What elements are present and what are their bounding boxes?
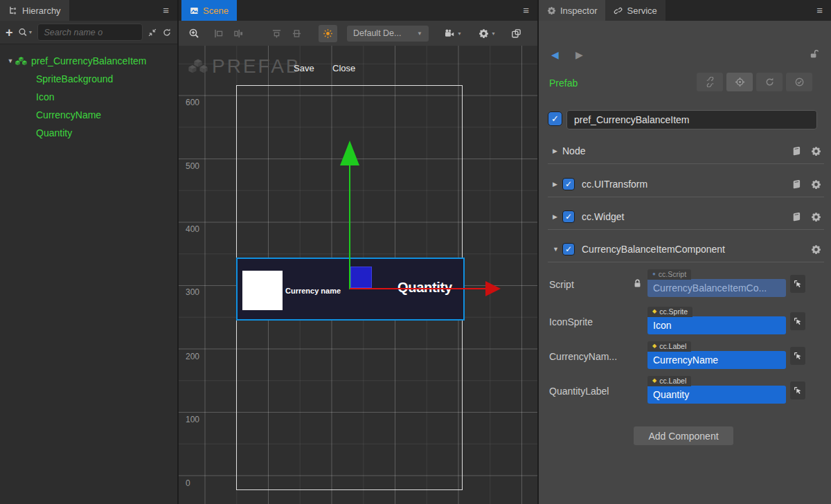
divider [548, 262, 824, 262]
history-back-button[interactable]: ◀ [551, 49, 559, 60]
gear-icon[interactable] [811, 212, 821, 222]
select-reference-button[interactable] [790, 347, 805, 365]
hierarchy-menu-icon[interactable]: ≡ [163, 4, 169, 17]
scene-menu-icon[interactable]: ≡ [523, 4, 529, 17]
help-doc-icon[interactable] [792, 146, 802, 156]
divider [548, 197, 824, 197]
ruler-label-100: 100 [186, 415, 199, 424]
prop-currencyname-group: ◆cc.Label CurrencyName [647, 337, 786, 369]
tab-inspector[interactable]: Inspector [539, 0, 605, 21]
search-input[interactable] [37, 24, 143, 41]
locate-prefab-asset-button[interactable] [726, 73, 753, 91]
scene-toolbar: Default De... ▼ ▼ ▼ [179, 21, 537, 46]
scene-tab-label: Scene [203, 6, 229, 16]
scene-settings-button[interactable]: ▼ [479, 28, 496, 39]
unlink-prefab-button[interactable] [697, 73, 723, 91]
apply-prefab-button[interactable] [786, 73, 812, 91]
search-filter-button[interactable]: ▼ [18, 28, 33, 37]
script-dot-icon: ● [652, 271, 656, 277]
ruler-label-0: 0 [186, 478, 190, 488]
prefab-watermark: PREFAB [188, 55, 301, 78]
align-top-icon[interactable] [271, 28, 282, 39]
gizmo-light-toggle[interactable] [319, 25, 337, 42]
component-enabled-checkbox[interactable]: ✓ [562, 243, 575, 255]
gear-icon[interactable] [811, 146, 821, 156]
asset-type-tag: ●cc.Script [647, 269, 691, 280]
section-currencybalanceitemcomponent[interactable]: ▼ ✓ CurrencyBalanceItemComponent [539, 240, 831, 258]
gear-icon[interactable] [811, 244, 821, 255]
caret-right-icon[interactable]: ▶ [553, 147, 562, 154]
select-reference-button[interactable] [790, 381, 805, 399]
hierarchy-tree: ▼ pref_CurrencyBalanceItem SpriteBackgro… [0, 44, 177, 504]
tree-node-quantity[interactable]: Quantity [0, 124, 177, 142]
gear-icon[interactable] [811, 179, 821, 190]
caret-right-icon[interactable]: ▶ [553, 181, 562, 188]
prefab-watermark-label: PREFAB [212, 55, 301, 78]
tab-scene[interactable]: Scene [181, 0, 237, 21]
node-name-input[interactable] [566, 110, 817, 129]
align-left-icon[interactable] [213, 28, 224, 39]
help-doc-icon[interactable] [792, 179, 802, 190]
tree-node-spritebackground[interactable]: SpriteBackground [0, 70, 177, 88]
asset-type-tag: ◆cc.Label [647, 341, 691, 352]
search-wrap [37, 24, 143, 41]
caret-right-icon[interactable]: ▶ [553, 213, 562, 220]
save-button[interactable]: Save [294, 63, 314, 73]
divider [548, 229, 824, 230]
add-component-button[interactable]: Add Component [634, 426, 733, 445]
prefab-cubes-icon [188, 59, 208, 74]
camera-view-button[interactable]: ▼ [444, 28, 462, 39]
currencyname-value-field[interactable]: CurrencyName [647, 351, 786, 369]
inspector-menu-icon[interactable]: ≡ [816, 4, 823, 17]
widget-enabled-checkbox[interactable]: ✓ [562, 210, 575, 223]
prop-iconsprite-group: ◆cc.Sprite Icon [647, 303, 786, 334]
tree-node-currencyname[interactable]: CurrencyName [0, 106, 177, 124]
align-center-horizontal-icon[interactable] [233, 28, 244, 39]
gizmo-y-axis-arrowhead[interactable] [340, 141, 359, 165]
caret-down-icon[interactable]: ▼ [553, 246, 562, 253]
prop-label-script: Script [549, 279, 631, 290]
ruler-label-200: 200 [186, 352, 199, 361]
unlock-icon[interactable] [809, 48, 820, 60]
iconsprite-value-field[interactable]: Icon [647, 316, 786, 334]
component-diamond-icon: ◆ [652, 343, 656, 349]
asset-type-tag: ◆cc.Sprite [647, 307, 692, 317]
component-diamond-icon: ◆ [652, 309, 656, 314]
help-doc-icon[interactable] [792, 212, 802, 222]
expand-caret-icon[interactable]: ▼ [6, 57, 15, 64]
section-uitransform[interactable]: ▶ ✓ cc.UITransform [539, 175, 831, 193]
hierarchy-tabbar: Hierarchy ≡ [0, 0, 177, 21]
prop-label-iconsprite: IconSprite [549, 316, 631, 327]
tab-service[interactable]: Service [605, 0, 665, 21]
node-active-checkbox[interactable]: ✓ [548, 111, 562, 126]
quantitylabel-value-field[interactable]: Quantity [647, 386, 786, 404]
prop-script-group: ●cc.Script CurrencyBalanceItemCo... [647, 265, 786, 297]
close-button[interactable]: Close [332, 63, 355, 73]
gizmo-x-axis-arrow[interactable] [350, 288, 487, 289]
component-diamond-icon: ◆ [652, 378, 656, 384]
display-mode-dropdown[interactable]: Default De... ▼ [347, 26, 429, 42]
select-reference-button[interactable] [790, 275, 805, 293]
create-node-button[interactable]: + [6, 27, 13, 38]
gizmo-xy-plane-handle[interactable] [350, 267, 372, 288]
prefab-cubes-icon [15, 57, 27, 66]
tree-node-icon[interactable]: Icon [0, 88, 177, 106]
hierarchy-tree-icon [8, 6, 18, 15]
uitransform-enabled-checkbox[interactable]: ✓ [562, 178, 575, 190]
align-center-vertical-icon[interactable] [292, 28, 302, 39]
refresh-icon[interactable] [162, 28, 172, 37]
tab-hierarchy[interactable]: Hierarchy [0, 0, 69, 21]
layout-split-icon[interactable] [511, 28, 521, 39]
gizmo-x-axis-arrowhead[interactable] [485, 281, 501, 296]
zoom-icon[interactable] [188, 28, 199, 39]
ruler-label-600: 600 [186, 98, 199, 107]
tree-node-root[interactable]: ▼ pref_CurrencyBalanceItem [0, 52, 177, 70]
section-node[interactable]: ▶ Node [539, 142, 831, 160]
collapse-all-icon[interactable] [148, 28, 157, 37]
section-widget[interactable]: ▶ ✓ cc.Widget [539, 208, 831, 226]
history-forward-button[interactable]: ▶ [575, 49, 583, 60]
select-reference-button[interactable] [790, 312, 805, 330]
revert-prefab-button[interactable] [756, 73, 783, 91]
script-value-field[interactable]: CurrencyBalanceItemCo... [647, 279, 786, 297]
scene-viewport[interactable]: PREFAB Save Close 600 500 400 300 200 10… [179, 46, 537, 504]
